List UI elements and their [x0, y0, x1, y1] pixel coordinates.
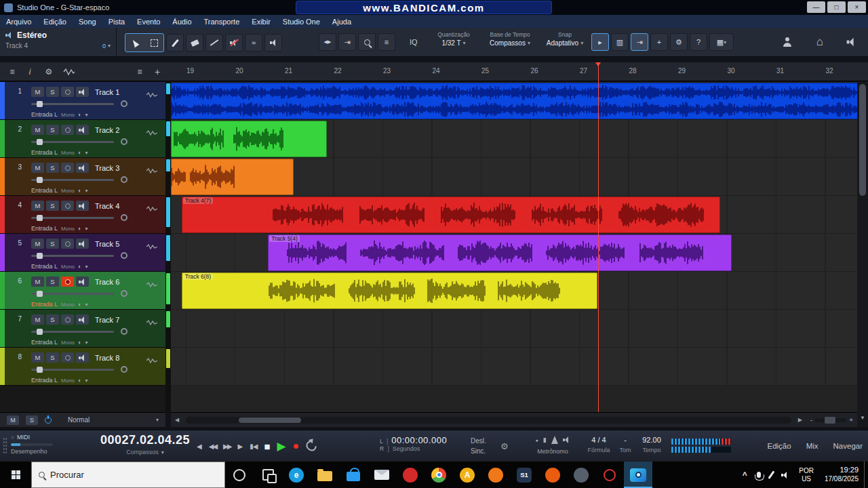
crosshair-button[interactable]: +: [650, 33, 668, 51]
menu-item-ajuda[interactable]: Ajuda: [326, 15, 357, 28]
taskbar-media-app-button[interactable]: [567, 462, 595, 488]
volume-fader[interactable]: [31, 293, 114, 295]
tempo-display[interactable]: 92.00 Tempo: [636, 436, 667, 453]
solo-button[interactable]: S: [46, 125, 59, 135]
taskbar-bandicam-button[interactable]: [624, 462, 652, 488]
zoom-button[interactable]: [358, 33, 376, 51]
global-mute-button[interactable]: M: [7, 415, 19, 425]
pan-knob[interactable]: [121, 214, 127, 221]
taskbar-cortana-button[interactable]: [225, 462, 254, 488]
monitor-button[interactable]: [76, 352, 89, 363]
audio-clip-track-2[interactable]: [171, 121, 327, 157]
menu-item-arquivo[interactable]: Arquivo: [0, 15, 37, 28]
input-select[interactable]: Entrada LMono◐▾: [31, 111, 88, 118]
fader-handle[interactable]: [37, 291, 43, 297]
monitoring-button[interactable]: [840, 33, 863, 52]
zoom-in-button[interactable]: +: [849, 416, 853, 424]
taskbar-file-explorer-button[interactable]: [311, 462, 339, 488]
input-select[interactable]: Entrada LMono◐▾: [31, 263, 88, 270]
fader-handle[interactable]: [37, 101, 43, 107]
iq-label[interactable]: IQ: [410, 38, 418, 46]
zoom-slider-handle[interactable]: [825, 417, 835, 424]
listen-tool-button[interactable]: [264, 34, 282, 52]
fader-handle[interactable]: [37, 367, 43, 373]
audio-clip-track-1[interactable]: [171, 83, 857, 119]
record-arm-button[interactable]: [61, 125, 74, 135]
follow-button[interactable]: ⇥: [631, 33, 648, 51]
maximize-button[interactable]: □: [827, 1, 846, 13]
menu-item-transporte[interactable]: Transporte: [198, 15, 246, 28]
tool-settings-button[interactable]: ⚙: [42, 66, 56, 78]
scroll-right-button[interactable]: ▶: [794, 413, 806, 427]
record-arm-button[interactable]: [61, 277, 74, 287]
taskbar-record-app-button[interactable]: [595, 462, 624, 488]
bend-tool-button[interactable]: ≈: [245, 34, 262, 52]
track-header-6[interactable]: 6MSTrack 6Entrada LMono◐▾: [0, 272, 165, 310]
global-solo-button[interactable]: S: [26, 415, 38, 425]
input-select[interactable]: Entrada LMono◐▾: [31, 339, 88, 346]
monitor-button[interactable]: [76, 87, 89, 97]
input-select[interactable]: Entrada LMono◐▾: [31, 377, 88, 384]
macros-button[interactable]: ≡: [378, 33, 395, 51]
monitor-button[interactable]: [76, 163, 89, 173]
close-button[interactable]: ×: [848, 1, 866, 13]
horizontal-scrollbar[interactable]: ◀ ▶ - +: [171, 412, 857, 427]
record-arm-button[interactable]: [61, 352, 74, 363]
mute-button[interactable]: M: [31, 163, 44, 173]
monitor-button[interactable]: [76, 125, 89, 135]
edit-view-button[interactable]: Edição: [767, 442, 791, 450]
track-list-menu-button[interactable]: ≡: [5, 66, 19, 78]
mute-button[interactable]: M: [31, 201, 44, 211]
volume-fader[interactable]: [31, 217, 114, 219]
fader-handle[interactable]: [37, 253, 43, 259]
mute-button[interactable]: M: [31, 87, 44, 97]
solo-button[interactable]: S: [46, 239, 59, 249]
scroll-down-button[interactable]: ▼: [857, 412, 868, 423]
solo-button[interactable]: S: [46, 163, 59, 173]
signature-display[interactable]: 4 / 4 Fórmula: [583, 436, 614, 453]
language-switcher[interactable]: POR US: [793, 467, 819, 483]
input-select[interactable]: Entrada LMono◐▾: [31, 187, 88, 194]
arrow-tool-button[interactable]: [126, 34, 144, 52]
track-list-button[interactable]: ≡: [133, 66, 146, 78]
track-mode-select[interactable]: Normal: [68, 416, 90, 424]
timeline-ruler[interactable]: 1920212223242526272829303132: [171, 62, 857, 81]
fader-handle[interactable]: [37, 329, 43, 335]
user-button[interactable]: [776, 33, 799, 52]
autoscroll-button[interactable]: ⇥: [338, 33, 356, 51]
fast-forward-button[interactable]: ▶▶: [223, 443, 231, 450]
menu-item-edicao[interactable]: Edição: [37, 15, 73, 28]
track-header-8[interactable]: 8MSTrack 8Entrada LMono◐▾: [0, 348, 165, 386]
track-lane-8[interactable]: [171, 348, 857, 386]
range-tool-button[interactable]: [145, 34, 163, 52]
play-button[interactable]: ▶: [277, 439, 285, 453]
tray-mic-button[interactable]: [752, 462, 766, 488]
main-time-display[interactable]: 00027.02.04.25 Compassos▾: [100, 433, 190, 455]
automation-button[interactable]: [62, 66, 76, 78]
arrange-lanes[interactable]: Track 4(7)Track 5(4)Track 6(8): [171, 82, 857, 412]
pan-knob[interactable]: [121, 252, 127, 259]
monitor-button[interactable]: [76, 201, 89, 211]
power-icon[interactable]: [45, 417, 52, 424]
browse-view-button[interactable]: Navegar: [833, 442, 863, 450]
tray-volume-button[interactable]: [776, 462, 793, 488]
menu-item-pista[interactable]: Pista: [102, 15, 131, 28]
fader-handle[interactable]: [37, 177, 43, 183]
taskbar-firefox-button[interactable]: [538, 462, 567, 488]
track-lane-7[interactable]: [171, 310, 857, 348]
audio-clip-track-3[interactable]: [171, 159, 294, 195]
menu-item-song[interactable]: Song: [73, 15, 102, 28]
solo-button[interactable]: S: [46, 277, 59, 287]
loop-button[interactable]: [304, 439, 319, 453]
track-header-1[interactable]: 1MSTrack 1Entrada LMono◐▾: [0, 82, 165, 120]
pan-knob[interactable]: [121, 176, 127, 183]
go-to-start-button[interactable]: ▮◀: [250, 443, 257, 450]
sync-panel[interactable]: Desl. Sinc.: [471, 436, 486, 456]
pan-knob[interactable]: [121, 290, 127, 297]
input-select[interactable]: Entrada LMono◐▾: [31, 149, 88, 156]
taskbar-edge-button[interactable]: e: [282, 462, 311, 488]
eraser-tool-button[interactable]: [186, 34, 203, 52]
track-header-2[interactable]: 2MSTrack 2Entrada LMono◐▾: [0, 120, 165, 158]
stop-button[interactable]: ■: [264, 441, 270, 452]
mute-button[interactable]: M: [31, 277, 44, 287]
